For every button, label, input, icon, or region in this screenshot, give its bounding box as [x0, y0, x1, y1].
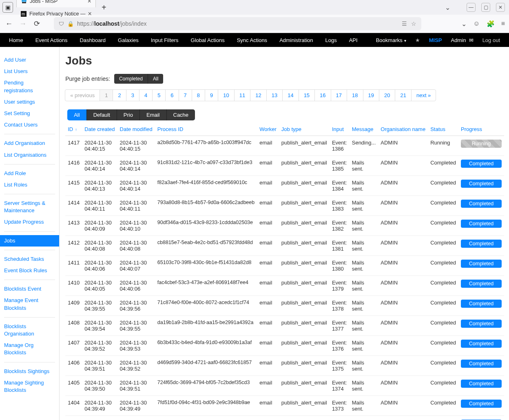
column-header[interactable]: Job type: [279, 123, 330, 136]
sidebar-item[interactable]: Event Block Rules: [0, 265, 59, 276]
sidebar-item[interactable]: Add Organisation: [0, 138, 59, 149]
url-bar[interactable]: 🛡 🔒 https://localhost/jobs/index ☰ ☆: [54, 17, 421, 30]
pagination-item[interactable]: 9: [205, 89, 218, 101]
column-header[interactable]: Input: [330, 123, 350, 136]
pagination-item[interactable]: 13: [266, 89, 283, 101]
cell: 2024-11-30 04:39:52: [82, 336, 117, 356]
column-header[interactable]: Worker: [257, 123, 279, 136]
sidebar-item[interactable]: Manage Event Blocklists: [0, 295, 59, 313]
column-header[interactable]: Message: [350, 123, 378, 136]
lock-icon[interactable]: 🔒: [67, 21, 74, 27]
purge-completed-button[interactable]: Completed: [114, 74, 148, 84]
pagination-item[interactable]: 18: [347, 89, 363, 101]
topnav-item[interactable]: Home: [9, 37, 23, 43]
topnav-item[interactable]: API: [349, 37, 358, 43]
logout-link[interactable]: Log out: [482, 37, 500, 43]
filter-tab[interactable]: Default: [87, 109, 117, 120]
sidebar-item[interactable]: Server Settings & Maintenance: [0, 198, 59, 216]
topnav-item[interactable]: Logs: [325, 37, 337, 43]
pagination-item[interactable]: 17: [331, 89, 347, 101]
browser-tab[interactable]: mFirefox Privacy Notice —×: [16, 7, 96, 20]
sidebar-item[interactable]: Contact Users: [0, 119, 59, 131]
app-menu-icon[interactable]: ≡: [501, 20, 505, 28]
cell: 2024-11-30 04:40:07: [117, 256, 155, 276]
star-icon[interactable]: ★: [415, 37, 420, 43]
pagination-item[interactable]: 4: [139, 89, 153, 101]
topnav-item[interactable]: Event Actions: [35, 37, 68, 43]
shield-icon[interactable]: 🛡: [59, 21, 64, 27]
topnav-item[interactable]: Global Actions: [191, 37, 225, 43]
tab-overflow-icon[interactable]: ⌄: [445, 4, 450, 11]
filter-tab[interactable]: Prio: [117, 109, 140, 120]
pagination-item[interactable]: 20: [379, 89, 395, 101]
minimize-button[interactable]: ―: [467, 3, 476, 12]
column-header[interactable]: Status: [428, 123, 458, 136]
topnav-item[interactable]: Galaxies: [118, 37, 139, 43]
reload-button[interactable]: ⟳: [32, 19, 42, 28]
new-tab-button[interactable]: +: [97, 3, 111, 12]
close-window-button[interactable]: ✕: [496, 3, 505, 12]
pagination-item[interactable]: 19: [363, 89, 379, 101]
sidebar-item[interactable]: Jobs: [0, 235, 59, 247]
pagination-item[interactable]: 7: [179, 89, 192, 101]
pocket-icon[interactable]: ⌄: [461, 20, 467, 28]
filter-tab[interactable]: Email: [140, 109, 167, 120]
pagination-item[interactable]: 5: [152, 89, 166, 101]
pagination-item[interactable]: 10: [218, 89, 234, 101]
tab-close-icon[interactable]: ×: [88, 10, 92, 18]
sidebar-item[interactable]: Add Role: [0, 168, 59, 179]
purge-all-button[interactable]: All: [148, 74, 163, 84]
browser-tab[interactable]: Jobs - MISP×: [16, 0, 96, 7]
sidebar-item[interactable]: Blocklists Event: [0, 283, 59, 295]
sidebar-item[interactable]: Update Progress: [0, 216, 59, 228]
cell: Event: 1378: [330, 296, 350, 316]
extensions-icon[interactable]: 🧩: [487, 20, 495, 28]
sidebar-item[interactable]: Blocklists Organisation: [0, 321, 59, 340]
sidebar-item[interactable]: List Users: [0, 66, 59, 77]
sidebar-item[interactable]: Add User: [0, 54, 59, 66]
column-header[interactable]: Date created: [82, 123, 117, 136]
topnav-item[interactable]: Input Filters: [151, 37, 179, 43]
topnav-item[interactable]: Administration: [279, 37, 313, 43]
pagination-item[interactable]: 12: [250, 89, 266, 101]
sidebar-item[interactable]: Manage Org Blocklists: [0, 340, 59, 358]
tab-close-icon[interactable]: ×: [88, 0, 91, 5]
back-button[interactable]: ←: [4, 20, 14, 28]
pagination-item[interactable]: 6: [165, 89, 179, 101]
admin-link[interactable]: Admin ✉: [451, 37, 474, 43]
recent-tabs-button[interactable]: ▣: [2, 2, 13, 13]
reader-icon[interactable]: ☰: [402, 20, 407, 27]
topnav-item[interactable]: Sync Actions: [237, 37, 267, 43]
column-header[interactable]: ID ↑: [65, 123, 82, 136]
pagination-item[interactable]: 8: [192, 89, 205, 101]
misp-link[interactable]: MISP: [429, 37, 442, 43]
pagination-item[interactable]: 21: [395, 89, 411, 101]
column-header[interactable]: Process ID: [155, 123, 257, 136]
column-header[interactable]: Progress: [458, 123, 504, 136]
pagination-item[interactable]: 2: [113, 89, 126, 101]
sidebar-item[interactable]: Blocklists Sightings: [0, 366, 59, 377]
filter-tab[interactable]: Cache: [167, 109, 195, 120]
sidebar-item[interactable]: Scheduled Tasks: [0, 253, 59, 265]
pagination-item[interactable]: 15: [299, 89, 315, 101]
column-header[interactable]: Organisation name: [378, 123, 428, 136]
pagination-item[interactable]: 14: [282, 89, 299, 101]
pagination-item[interactable]: 3: [126, 89, 139, 101]
column-header[interactable]: Date modified: [117, 123, 155, 136]
bookmark-star-icon[interactable]: ☆: [411, 20, 416, 27]
maximize-button[interactable]: ▢: [481, 3, 490, 12]
sidebar-item[interactable]: Pending registrations: [0, 77, 59, 96]
sidebar-item[interactable]: Set Setting: [0, 108, 59, 119]
pagination-item[interactable]: 16: [314, 89, 331, 101]
sidebar-item[interactable]: List Roles: [0, 179, 59, 191]
sidebar-item[interactable]: List Organisations: [0, 149, 59, 161]
account-icon[interactable]: ☺: [473, 20, 480, 28]
sidebar-item[interactable]: User settings: [0, 96, 59, 108]
filter-tab[interactable]: All: [67, 109, 86, 120]
pagination-item[interactable]: next »: [411, 89, 436, 101]
forward-button[interactable]: →: [18, 20, 28, 28]
sidebar-item[interactable]: Manage Sighting Blocklists: [0, 377, 59, 396]
bookmarks-menu[interactable]: Bookmarks: [376, 37, 406, 43]
pagination-item[interactable]: 11: [234, 89, 250, 101]
topnav-item[interactable]: Dashboard: [80, 37, 106, 43]
